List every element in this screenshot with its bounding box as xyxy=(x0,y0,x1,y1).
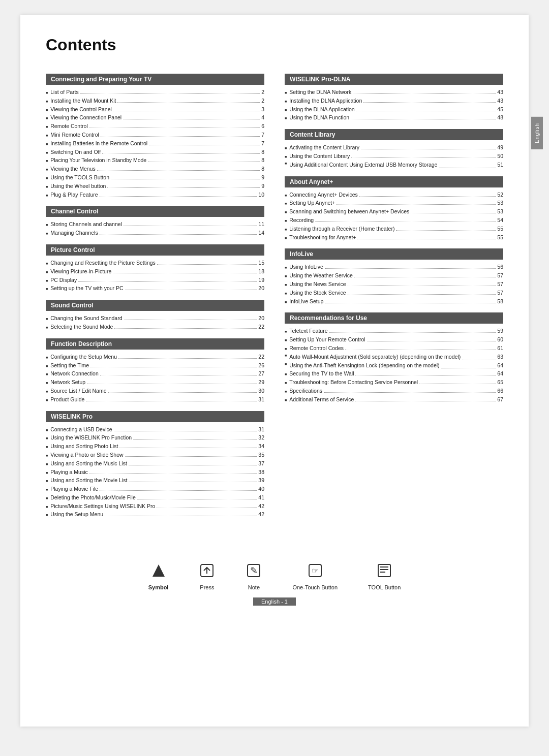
toc-page-number: 42 xyxy=(258,502,264,511)
toc-item-label: Scanning and Switching between Anynet+ D… xyxy=(289,207,409,216)
toc-item-label: Using Additional Content Using External … xyxy=(289,161,437,169)
svg-text:✎: ✎ xyxy=(250,565,258,576)
toc-item-label: Picture/Music Settings Using WISELINK Pr… xyxy=(50,502,155,511)
toc-item: Viewing the Connection Panel4 xyxy=(46,113,264,122)
toc-dots xyxy=(78,281,257,282)
toc-page-number: 54 xyxy=(497,216,503,225)
toc-page-number: 58 xyxy=(497,297,503,306)
toc-item-label: Troubleshooting: Before Contacting Servi… xyxy=(289,378,418,387)
toc-item: Switching On and Off8 xyxy=(46,148,264,156)
toc-item-label: InfoLive Setup xyxy=(289,297,323,306)
toc-item-label: Network Connection xyxy=(50,369,99,378)
toc-item: Setting Up Anynet+53 xyxy=(285,199,503,207)
toc-item: Using Additional Content Using External … xyxy=(285,161,503,169)
legend-item-onetouch: ☞One-Touch Button xyxy=(292,562,338,590)
toc-dots xyxy=(86,401,257,401)
toc-item-label: Setting Up Anynet+ xyxy=(289,199,335,207)
toc-item-label: Installing the Wall Mount Kit xyxy=(50,97,116,105)
toc-list-anynet: Connecting Anynet+ Devices52Setting Up A… xyxy=(285,191,503,242)
page-content: English Contents Connecting and Preparin… xyxy=(20,15,529,727)
toc-item: Setting Up Your Remote Control60 xyxy=(285,335,503,344)
toc-page-number: 61 xyxy=(497,344,503,353)
section-header-sound: Sound Control xyxy=(46,300,264,311)
toc-item-label: Listening through a Receiver (Home theat… xyxy=(289,225,394,233)
toc-item: Setting the DLNA Network43 xyxy=(285,88,503,97)
toc-page-number: 57 xyxy=(497,289,503,297)
legend-bar: SymbolPress✎Note☞One-Touch ButtonTOOL Bu… xyxy=(46,552,503,590)
toc-dots xyxy=(113,273,257,273)
toc-dots xyxy=(149,145,260,145)
toc-item: Using the TOOLS Button9 xyxy=(46,173,264,182)
toc-item: Changing and Resetting the Picture Setti… xyxy=(46,259,264,267)
toc-page-number: 37 xyxy=(258,459,264,468)
toc-dots xyxy=(329,332,496,333)
toc-dots xyxy=(117,102,260,103)
toc-dots xyxy=(356,111,496,111)
toc-item: Network Connection27 xyxy=(46,369,264,378)
toc-page-number: 20 xyxy=(258,314,264,323)
toc-item: Viewing a Photo or Slide Show35 xyxy=(46,451,264,459)
section-header-picture: Picture Control xyxy=(46,244,264,256)
toc-page-number: 31 xyxy=(258,395,264,404)
toc-item-label: Changing the Sound Standard xyxy=(50,314,122,323)
toc-item: Using InfoLive56 xyxy=(285,263,503,271)
legend-label-onetouch: One-Touch Button xyxy=(292,584,338,590)
toc-dots xyxy=(157,508,257,508)
toc-item: Connecting Anynet+ Devices52 xyxy=(285,191,503,199)
toc-item: Playing a Music38 xyxy=(46,468,264,477)
page-title: Contents xyxy=(46,36,503,54)
toc-page-number: 22 xyxy=(258,353,264,361)
toc-dots xyxy=(108,392,257,393)
toc-page-number: 55 xyxy=(497,225,503,233)
toc-page-number: 43 xyxy=(497,88,503,97)
toc-page-number: 19 xyxy=(258,276,264,285)
legend-item-note: ✎Note xyxy=(246,562,262,590)
toc-page-number: 45 xyxy=(497,105,503,114)
toc-dots xyxy=(129,465,257,465)
toc-item-label: Using InfoLive xyxy=(289,263,323,271)
toc-dots xyxy=(419,384,496,384)
toc-item-label: Using the Content Library xyxy=(289,152,350,161)
toc-item-label: Network Setup xyxy=(50,378,85,387)
svg-rect-9 xyxy=(380,572,385,573)
toc-page-number: 8 xyxy=(261,156,264,165)
toc-item-label: Additional Terms of Service xyxy=(289,395,354,404)
toc-dots xyxy=(441,368,496,368)
toc-page-number: 29 xyxy=(258,378,264,387)
toc-item: Specifications66 xyxy=(285,387,503,395)
toc-page-number: 27 xyxy=(258,369,264,378)
svg-rect-8 xyxy=(380,569,388,570)
toc-item: Installing Batteries in the Remote Contr… xyxy=(46,139,264,148)
toc-dots xyxy=(129,482,257,482)
toc-item: Using the Weather Service57 xyxy=(285,271,503,280)
toc-item: Viewing Picture-in-Picture18 xyxy=(46,267,264,276)
toc-list-channel: Storing Channels and channel11Managing C… xyxy=(46,220,264,237)
toc-item-label: Managing Channels xyxy=(50,229,98,237)
toc-page-number: 42 xyxy=(258,510,264,519)
toc-item: Using the Stock Service57 xyxy=(285,289,503,297)
press-icon xyxy=(199,562,215,581)
toc-page-number: 56 xyxy=(497,263,503,271)
toc-dots xyxy=(125,456,257,457)
legend-item-symbol: Symbol xyxy=(148,562,169,590)
toc-item-label: PC Display xyxy=(50,276,77,285)
toc-page-number: 10 xyxy=(258,191,264,199)
toc-item-label: Using and Sorting Photo List xyxy=(50,442,118,451)
toc-dots xyxy=(355,375,496,375)
toc-dots xyxy=(355,401,496,401)
toc-item: Configuring the Setup Menu22 xyxy=(46,353,264,361)
toc-item-label: Mini Remote Control xyxy=(50,131,99,139)
toc-item-label: Using and Sorting the Music List xyxy=(50,459,127,468)
toc-page-number: 57 xyxy=(497,280,503,289)
toc-page-number: 8 xyxy=(261,165,264,173)
right-column: WISELINK Pro-DLNASetting the DLNA Networ… xyxy=(285,67,503,522)
toc-dots xyxy=(348,286,496,286)
svg-rect-7 xyxy=(380,566,388,568)
toc-page-number: 9 xyxy=(261,173,264,182)
two-column-layout: Connecting and Preparing Your TVList of … xyxy=(46,67,503,522)
toc-list-sound: Changing the Sound Standard20Selecting t… xyxy=(46,314,264,331)
toc-item-label: Connecting Anynet+ Devices xyxy=(289,191,358,199)
toc-page-number: 22 xyxy=(258,323,264,331)
note-icon: ✎ xyxy=(246,562,262,581)
toc-page-number: 32 xyxy=(258,433,264,442)
